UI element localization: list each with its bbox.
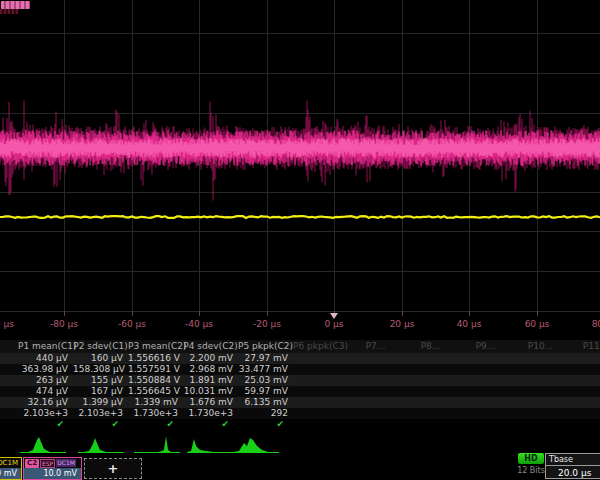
measure-value: 25.03 mV xyxy=(238,375,293,386)
top-left-trace-badge xyxy=(1,1,30,9)
measure-value: 1.556616 V xyxy=(128,353,183,364)
parameter-header[interactable]: P8... xyxy=(403,340,458,353)
timebase-label: Tbase xyxy=(546,454,600,466)
parameter-histicon[interactable] xyxy=(233,434,279,454)
measure-value: 363.98 µV xyxy=(18,364,73,375)
plus-icon: + xyxy=(108,461,119,476)
measure-value: 1.550884 V xyxy=(128,375,183,386)
parameter-header[interactable]: P5 pkpk(C2) xyxy=(238,340,293,353)
c2-esp-badge: ESP xyxy=(40,459,55,468)
measure-value: 2.968 mV xyxy=(183,364,238,375)
measure-table-header-row: P1 mean(C1)P2 sdev(C1)P3 mean(C2)P4 sdev… xyxy=(0,340,600,353)
status-check-icon: ✔ xyxy=(73,419,128,430)
measure-value: 1.556645 V xyxy=(128,386,183,397)
parameter-histicon[interactable] xyxy=(134,434,180,454)
measure-value: 59.97 mV xyxy=(238,386,293,397)
measure-table-row: 2.103e+32.103e+31.730e+31.730e+3292 xyxy=(0,408,600,419)
c1-coupling-label: DC1M xyxy=(0,458,21,468)
parameter-header[interactable]: P9... xyxy=(458,340,513,353)
add-trace-button[interactable]: + xyxy=(84,458,142,479)
measure-value: 10.031 mV xyxy=(183,386,238,397)
parameter-header[interactable]: P4 sdev(C2) xyxy=(183,340,238,353)
measure-value: 32.16 µV xyxy=(18,397,73,408)
hd-mode-badge: HD xyxy=(518,453,544,464)
x-tick-label: -20 µs xyxy=(253,319,281,329)
parameter-header[interactable]: P2 sdev(C1) xyxy=(73,340,128,353)
oscilloscope-screen: -100 µs-80 µs-60 µs-40 µs-20 µs0 µs20 µs… xyxy=(0,0,600,480)
measure-table-row: 363.98 µV158.308 µV1.557591 V2.968 mV33.… xyxy=(0,364,600,375)
status-check-icon: ✔ xyxy=(18,419,73,430)
measure-table: P1 mean(C1)P2 sdev(C1)P3 mean(C2)P4 sdev… xyxy=(0,340,600,430)
trigger-position-marker[interactable] xyxy=(330,313,338,319)
measure-table-row: 32.16 µV1.399 µV1.339 mV1.676 mV6.135 mV xyxy=(0,397,600,408)
measure-value: 2.200 mV xyxy=(183,353,238,364)
c2-channel-label: C2 xyxy=(25,459,39,468)
parameter-header[interactable]: P1 mean(C1) xyxy=(18,340,73,353)
x-tick-label: 40 µs xyxy=(457,319,482,329)
measure-value: 1.676 mV xyxy=(183,397,238,408)
measure-table-row: 263 µV155 µV1.550884 V1.891 mV25.03 mV xyxy=(0,375,600,386)
measure-value: 292 xyxy=(238,408,293,419)
parameter-header[interactable]: P6 pkpk(C3) xyxy=(293,340,348,353)
measure-value: 1.730e+3 xyxy=(128,408,183,419)
measure-value: 158.308 µV xyxy=(73,364,128,375)
measure-value: 6.135 mV xyxy=(238,397,293,408)
axis-tick-marks xyxy=(64,311,537,316)
c1-vertical-scale: 0 mV xyxy=(0,468,21,479)
status-check-icon: ✔ xyxy=(128,419,183,430)
descriptor-bar: DC1M 0 mV C2 ESP DC1M 10.0 mV + HD 12 Bi… xyxy=(0,452,600,480)
parameter-histicon[interactable] xyxy=(20,434,66,454)
parameter-histicon[interactable] xyxy=(187,434,233,454)
timebase-descriptor-box[interactable]: Tbase 20.0 µs xyxy=(545,453,600,479)
status-check-icon: ✔ xyxy=(183,419,238,430)
measure-value: 167 µV xyxy=(73,386,128,397)
measure-value: 263 µV xyxy=(18,375,73,386)
status-check-icon: ✔ xyxy=(238,419,293,430)
measure-value: 1.891 mV xyxy=(183,375,238,386)
parameter-header[interactable]: P11... xyxy=(568,340,600,353)
parameter-header[interactable]: P7... xyxy=(348,340,403,353)
measure-value: 27.97 mV xyxy=(238,353,293,364)
x-tick-label: 80 µs xyxy=(592,319,600,329)
measure-value: 474 µV xyxy=(18,386,73,397)
x-tick-label: 60 µs xyxy=(525,319,550,329)
c2-coupling-badge: DC1M xyxy=(56,459,76,467)
measure-value: 1.339 mV xyxy=(128,397,183,408)
x-tick-label: -40 µs xyxy=(185,319,213,329)
measure-value: 2.103e+3 xyxy=(18,408,73,419)
measure-table-row: 474 µV167 µV1.556645 V10.031 mV59.97 mV xyxy=(0,386,600,397)
measure-table-row: 440 µV160 µV1.556616 V2.200 mV27.97 mV xyxy=(0,353,600,364)
top-left-sub-badge xyxy=(0,9,18,14)
c2-descriptor-box[interactable]: C2 ESP DC1M 10.0 mV xyxy=(23,457,82,480)
c2-vertical-scale: 10.0 mV xyxy=(24,468,81,479)
x-tick-label: 0 µs xyxy=(324,319,343,329)
measure-value: 1.399 µV xyxy=(73,397,128,408)
x-tick-label: -60 µs xyxy=(118,319,146,329)
c1-trace xyxy=(0,216,600,218)
x-tick-label: -80 µs xyxy=(50,319,78,329)
measure-value: 155 µV xyxy=(73,375,128,386)
waveform-grid: -100 µs-80 µs-60 µs-40 µs-20 µs0 µs20 µs… xyxy=(0,0,600,335)
x-tick-label: 20 µs xyxy=(390,319,415,329)
measure-value: 440 µV xyxy=(18,353,73,364)
measure-value: 33.477 mV xyxy=(238,364,293,375)
timebase-scale: 20.0 µs xyxy=(546,466,600,480)
measure-value: 1.557591 V xyxy=(128,364,183,375)
measure-status-row: ✔✔✔✔✔ xyxy=(0,419,600,430)
measure-value: 2.103e+3 xyxy=(73,408,128,419)
measure-value: 1.730e+3 xyxy=(183,408,238,419)
measure-value: 160 µV xyxy=(73,353,128,364)
c1-descriptor-box[interactable]: DC1M 0 mV xyxy=(0,457,22,480)
parameter-histicon[interactable] xyxy=(78,434,124,454)
parameter-header[interactable]: P10... xyxy=(513,340,568,353)
parameter-header[interactable]: P3 mean(C2) xyxy=(128,340,183,353)
x-tick-label: -100 µs xyxy=(0,319,14,329)
